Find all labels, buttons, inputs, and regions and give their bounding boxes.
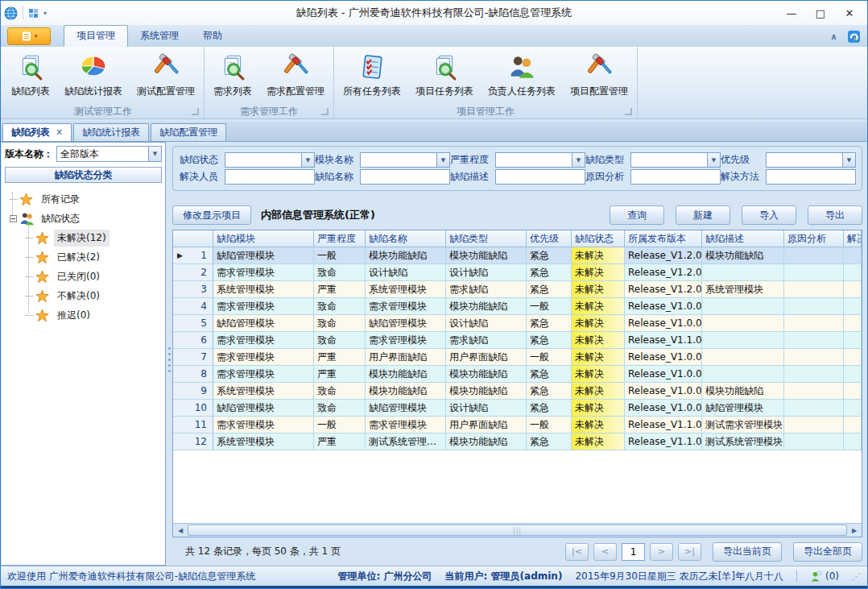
dialog-launcher-icon[interactable]	[321, 108, 329, 115]
table-cell[interactable]: 致命	[314, 400, 366, 417]
collapse-ribbon-icon[interactable]: ∧	[830, 31, 837, 42]
table-cell[interactable]: 需求管理模块	[213, 349, 314, 366]
ribbon-button-需求列表[interactable]: 需求列表	[206, 48, 259, 100]
table-cell[interactable]	[702, 349, 784, 366]
cell-defect-status[interactable]: 未解决	[572, 383, 625, 400]
filter-select-严重程度[interactable]: ▼	[495, 152, 585, 168]
cell-defect-status[interactable]: 未解决	[572, 349, 625, 366]
chevron-down-icon[interactable]: ▼	[148, 147, 161, 161]
toolbar-button-新建[interactable]: 新建	[676, 205, 730, 225]
table-cell[interactable]: 模块功能缺陷	[446, 247, 527, 264]
table-cell[interactable]: 紧急	[527, 366, 572, 383]
table-cell[interactable]: 测试系统管理…	[366, 433, 446, 450]
table-cell[interactable]: 致命	[314, 383, 366, 400]
table-cell[interactable]: 测试系统管理模块…	[702, 433, 784, 450]
first-page-button[interactable]: |<	[565, 543, 589, 561]
tree-item-未解决(12)[interactable]: 未解决(12)	[26, 228, 163, 247]
table-cell[interactable]	[844, 332, 862, 349]
table-cell[interactable]	[702, 298, 784, 315]
table-cell[interactable]	[784, 400, 844, 417]
help-icon[interactable]	[847, 30, 861, 44]
table-cell[interactable]: Release_V1.1.0	[625, 417, 702, 433]
panel-splitter[interactable]	[166, 142, 172, 566]
filter-input-缺陷描述[interactable]	[495, 169, 585, 185]
ribbon-tab-帮助[interactable]: 帮助	[191, 26, 234, 47]
table-cell[interactable]: Release_V1.2.0	[625, 264, 702, 281]
ribbon-button-需求配置管理[interactable]: 需求配置管理	[259, 48, 332, 100]
tree-collapse-icon[interactable]	[10, 215, 17, 222]
doc-tab-缺陷列表[interactable]: 缺陷列表✕	[2, 123, 72, 141]
modify-display-items-button[interactable]: 修改显示项目	[172, 205, 251, 225]
filter-select-优先级[interactable]: ▼	[766, 152, 856, 168]
export-current-page-button[interactable]: 导出当前页	[713, 542, 782, 562]
table-cell[interactable]	[844, 281, 862, 298]
tree-item-缺陷状态[interactable]: 缺陷状态	[10, 209, 163, 228]
row-header[interactable]: 12	[173, 433, 213, 450]
table-cell[interactable]: 模块功能缺陷	[702, 383, 784, 400]
table-cell[interactable]: 一般	[527, 417, 572, 433]
table-cell[interactable]: 严重	[314, 349, 366, 366]
scroll-right-icon[interactable]: ▶	[847, 524, 862, 537]
table-cell[interactable]: Release_V1.0.0	[625, 349, 702, 366]
table-cell[interactable]: 需求管理模块	[213, 298, 314, 315]
tree-item-不解决(0)[interactable]: 不解决(0)	[26, 286, 163, 305]
toolbar-button-查询[interactable]: 查询	[610, 205, 664, 225]
table-cell[interactable]: 一般	[527, 349, 572, 366]
cell-defect-status[interactable]: 未解决	[572, 247, 625, 264]
table-cell[interactable]: 严重	[314, 433, 366, 450]
ribbon-tab-系统管理[interactable]: 系统管理	[128, 26, 191, 47]
quick-access-icon[interactable]	[28, 8, 39, 19]
table-cell[interactable]	[702, 315, 784, 332]
filter-select-模块名称[interactable]: ▼	[360, 152, 450, 168]
row-header[interactable]: 4	[173, 298, 213, 315]
table-cell[interactable]: 模块功能缺陷	[366, 247, 446, 264]
dialog-launcher-icon[interactable]	[625, 108, 632, 115]
table-cell[interactable]: 紧急	[527, 400, 572, 417]
table-cell[interactable]: 设计缺陷	[446, 400, 527, 417]
table-cell[interactable]: 系统管理模块	[366, 281, 446, 298]
table-cell[interactable]	[784, 247, 844, 264]
column-header-原因分析[interactable]: 原因分析	[784, 230, 844, 247]
table-cell[interactable]: 模块功能缺陷	[446, 383, 527, 400]
table-cell[interactable]: 缺陷管理模块	[702, 400, 784, 417]
cell-defect-status[interactable]: 未解决	[572, 417, 625, 433]
last-page-button[interactable]: >|	[678, 543, 701, 561]
filter-input-缺陷名称[interactable]	[360, 169, 450, 185]
table-cell[interactable]: 致命	[314, 298, 366, 315]
chevron-down-icon[interactable]: ▼	[572, 153, 585, 167]
table-cell[interactable]: 需求管理模块	[213, 264, 314, 281]
table-cell[interactable]: 设计缺陷	[446, 264, 527, 281]
table-cell[interactable]: 测试需求管理模块	[702, 417, 784, 433]
version-select[interactable]: 全部版本 ▼	[56, 146, 162, 162]
table-cell[interactable]: 紧急	[527, 281, 572, 298]
cell-defect-status[interactable]: 未解决	[572, 315, 625, 332]
cell-defect-status[interactable]: 未解决	[572, 400, 625, 417]
table-cell[interactable]: 系统管理模块	[213, 281, 314, 298]
table-cell[interactable]: 紧急	[527, 433, 572, 450]
doc-tab-缺陷配置管理[interactable]: 缺陷配置管理	[151, 123, 226, 141]
table-cell[interactable]: 用户界面缺陷	[366, 349, 446, 366]
column-header-严重程度[interactable]: 严重程度	[314, 230, 366, 247]
table-cell[interactable]	[784, 264, 844, 281]
table-cell[interactable]: 设计缺陷	[446, 315, 527, 332]
table-cell[interactable]	[784, 332, 844, 349]
export-all-pages-button[interactable]: 导出全部页	[793, 542, 862, 562]
table-cell[interactable]: 需求管理模块	[366, 417, 446, 433]
table-cell[interactable]: 需求缺陷	[446, 332, 527, 349]
table-cell[interactable]: 缺陷管理模块	[366, 315, 446, 332]
table-cell[interactable]: 设计缺陷	[366, 264, 446, 281]
table-cell[interactable]: 致命	[314, 315, 366, 332]
filter-input-解决人员[interactable]	[225, 169, 315, 185]
table-cell[interactable]: Release_V1.2.0	[625, 247, 702, 264]
table-cell[interactable]	[702, 332, 784, 349]
table-cell[interactable]: Release_V1.0.0	[625, 298, 702, 315]
table-cell[interactable]: 系统管理模块	[213, 433, 314, 450]
table-cell[interactable]	[702, 366, 784, 383]
row-header[interactable]: 9	[173, 383, 213, 400]
chevron-down-icon[interactable]: ▼	[301, 153, 314, 167]
cell-defect-status[interactable]: 未解决	[572, 298, 625, 315]
tree-item-已解决(2)[interactable]: 已解决(2)	[26, 247, 163, 267]
application-menu-button[interactable]: ▾	[7, 27, 51, 45]
table-cell[interactable]: 需求管理模块	[366, 298, 446, 315]
table-cell[interactable]: Release_V1.1.0	[625, 433, 702, 450]
